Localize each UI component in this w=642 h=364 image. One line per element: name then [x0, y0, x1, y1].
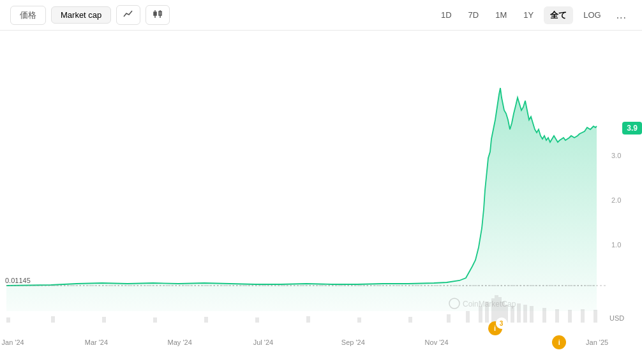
svg-rect-31: [523, 305, 527, 323]
line-chart-icon[interactable]: [116, 5, 140, 25]
info-icon-2: i: [558, 339, 560, 346]
svg-rect-11: [6, 317, 10, 323]
price-chart: 3.0 2.0 1.0 0.01145: [0, 31, 642, 339]
svg-text:CoinMarketCap: CoinMarketCap: [463, 300, 516, 309]
time-all-button[interactable]: 全て: [544, 6, 573, 24]
price-button[interactable]: 価格: [10, 6, 46, 25]
svg-text:1.0: 1.0: [611, 241, 621, 249]
toolbar: 価格 Market cap 1D 7D 1M 1Y 全て LOG ...: [0, 0, 642, 31]
svg-rect-33: [542, 308, 546, 323]
x-label-mar24: Mar '24: [85, 339, 108, 346]
svg-rect-34: [555, 309, 559, 323]
info-badge-1-container: i 3: [488, 321, 509, 335]
info-badge-1[interactable]: i 3: [488, 321, 502, 335]
toolbar-left: 価格 Market cap: [10, 5, 170, 25]
x-label-sep24: Sep '24: [341, 339, 365, 346]
svg-rect-12: [51, 316, 55, 323]
svg-rect-18: [357, 317, 361, 323]
time-1y-button[interactable]: 1Y: [517, 7, 540, 23]
x-label-nov24: Nov '24: [425, 339, 449, 346]
info-badge-2[interactable]: i: [552, 335, 566, 349]
svg-rect-13: [102, 317, 106, 323]
svg-rect-36: [581, 309, 585, 323]
time-7d-button[interactable]: 7D: [462, 7, 486, 23]
svg-rect-32: [530, 306, 534, 323]
candle-chart-icon[interactable]: [146, 5, 170, 25]
svg-text:2.0: 2.0: [611, 196, 621, 204]
svg-rect-14: [153, 317, 157, 323]
svg-rect-17: [306, 316, 310, 323]
svg-rect-35: [568, 310, 572, 323]
time-1m-button[interactable]: 1M: [489, 7, 513, 23]
x-label-jan24: Jan '24: [2, 339, 24, 346]
market-cap-button[interactable]: Market cap: [51, 6, 111, 24]
svg-rect-30: [517, 303, 521, 323]
info-icon-1: i: [494, 324, 496, 332]
svg-rect-16: [255, 317, 259, 323]
svg-rect-1: [154, 12, 156, 15]
svg-text:USD: USD: [609, 314, 624, 322]
x-label-jul24: Jul '24: [253, 339, 273, 346]
x-label-may24: May '24: [168, 339, 192, 346]
toolbar-right: 1D 7D 1M 1Y 全て LOG ...: [435, 6, 632, 24]
svg-rect-21: [466, 311, 470, 323]
chart-container: 3.0 2.0 1.0 0.01145: [0, 31, 642, 364]
svg-rect-37: [593, 310, 597, 323]
more-button[interactable]: ...: [611, 6, 632, 24]
x-axis: Jan '24 Mar '24 May '24 Jul '24 Sep '24 …: [0, 339, 642, 364]
info-badge-count: 3: [496, 317, 507, 329]
time-1d-button[interactable]: 1D: [435, 7, 458, 23]
svg-text:3.0: 3.0: [611, 152, 621, 159]
x-label-jan25: Jan '25: [586, 339, 608, 346]
log-button[interactable]: LOG: [577, 7, 607, 23]
svg-text:0.01145: 0.01145: [5, 277, 31, 284]
svg-rect-20: [447, 314, 451, 323]
svg-rect-15: [204, 317, 208, 323]
current-price-badge: 3.9: [622, 122, 642, 135]
svg-rect-19: [408, 317, 412, 323]
